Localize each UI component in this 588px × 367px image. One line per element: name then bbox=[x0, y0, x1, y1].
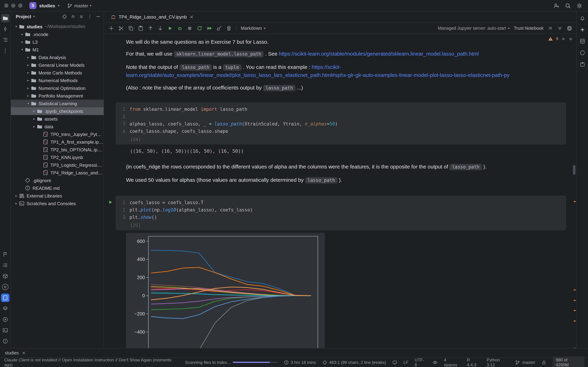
tree-item-external-libraries[interactable]: ▸External Libraries bbox=[11, 192, 104, 200]
tree-item-tp2-knn-ipynb[interactable]: TP2_KNN.ipynb bbox=[11, 153, 104, 161]
collapse-all-icon[interactable] bbox=[79, 14, 84, 19]
tree-item-tp3-logistic-regression-an[interactable]: TP3_Logistic_Regression_an bbox=[11, 161, 104, 169]
bottom-tab-studies[interactable]: studies bbox=[5, 350, 19, 355]
run-cell-gutter-icon[interactable] bbox=[108, 199, 113, 205]
jupyter-server-selector[interactable]: Managed Jupyter server: auto-start ▾ bbox=[438, 26, 510, 31]
macos-close-button[interactable] bbox=[4, 3, 9, 8]
expand-all-icon[interactable] bbox=[70, 14, 76, 19]
tree-item-tp4-ridge-lasso-and-cv-i[interactable]: TP4_Ridge_Lasso_and_CV.i bbox=[11, 169, 104, 176]
tree-item-statistical-learning[interactable]: ▾Statistical Learning bbox=[11, 100, 104, 107]
tree-chevron-icon[interactable]: ▸ bbox=[32, 125, 37, 128]
problems-tool-button[interactable] bbox=[1, 337, 9, 345]
editor-tab[interactable]: TP4_Ridge_Lasso_and_CV.ipynb bbox=[107, 12, 197, 22]
lock-icon[interactable] bbox=[541, 360, 546, 365]
cell-type-dropdown[interactable]: Markdown ▾ bbox=[241, 25, 266, 31]
error-stripe-mark[interactable] bbox=[574, 320, 576, 322]
previous-warning-icon[interactable] bbox=[561, 36, 566, 41]
next-cell-icon[interactable] bbox=[557, 25, 562, 31]
error-stripe-mark[interactable] bbox=[574, 348, 576, 348]
settings-gear-icon[interactable] bbox=[576, 3, 582, 8]
tree-item-assets[interactable]: ▸assets bbox=[11, 115, 104, 123]
tree-chevron-icon[interactable]: ▸ bbox=[20, 33, 25, 36]
cut-cell-button[interactable] bbox=[117, 24, 126, 33]
tree-item-ipynb-checkpoints[interactable]: ▸.ipynb_checkpoints bbox=[11, 107, 104, 115]
tree-item-tp2-bis-optional-ipynb[interactable]: TP2_bis_OPTIONAL.ipynb bbox=[11, 146, 104, 153]
line-separator-widget[interactable]: LF bbox=[403, 360, 408, 365]
code-line[interactable]: 1from sklearn.linear_model import lasso_… bbox=[117, 106, 562, 113]
indexing-status[interactable]: Scanning files to index... bbox=[185, 360, 277, 365]
tree-item-numerical-methods[interactable]: ▸Numerical Methods bbox=[11, 76, 104, 84]
code-line[interactable]: 3plt.show() bbox=[117, 214, 562, 221]
database-tool-button[interactable] bbox=[578, 37, 587, 45]
tree-item-l3[interactable]: ▸L3 bbox=[11, 38, 104, 46]
tree-chevron-icon[interactable]: ▸ bbox=[26, 94, 31, 98]
tree-item-studies[interactable]: ▾studies~/Workspace/studies bbox=[11, 23, 104, 30]
tree-chevron-icon[interactable]: ▸ bbox=[32, 109, 37, 113]
structure-tool-button[interactable] bbox=[1, 36, 9, 44]
notification-status[interactable]: Claude Client is not installed // Open I… bbox=[4, 357, 181, 367]
python-interpreter-widget[interactable]: Python 3.12 bbox=[487, 357, 509, 367]
markdown-link[interactable]: https://scikit-learn.org/stable/modules/… bbox=[279, 51, 479, 57]
delete-cell-button[interactable] bbox=[224, 24, 233, 33]
code-cell-1[interactable]: 1from sklearn.linear_model import lasso_… bbox=[116, 102, 566, 144]
commit-tool-button[interactable] bbox=[1, 25, 9, 33]
tree-item-m1[interactable]: ▾M1 bbox=[11, 46, 104, 53]
tree-chevron-icon[interactable]: ▸ bbox=[32, 117, 37, 121]
paste-cell-button[interactable] bbox=[136, 24, 145, 33]
tree-item-general-linear-models[interactable]: ▸General Linear Models bbox=[11, 61, 104, 69]
tree-chevron-icon[interactable]: ▸ bbox=[26, 56, 31, 59]
build-tool-button[interactable] bbox=[578, 49, 587, 57]
tree-chevron-icon[interactable]: ▸ bbox=[26, 79, 31, 82]
layers-tool-button[interactable] bbox=[1, 304, 9, 313]
tree-item-readme-md[interactable]: README.md bbox=[11, 184, 104, 192]
editor-scrollbar-thumb[interactable] bbox=[573, 165, 575, 175]
tree-chevron-icon[interactable]: ▸ bbox=[26, 63, 31, 67]
tree-chevron-icon[interactable]: ▸ bbox=[14, 202, 19, 205]
packages-tool-button[interactable] bbox=[1, 272, 9, 280]
code-line[interactable]: 2plt.plot(np.log10(alphas_lasso), coefs_… bbox=[117, 206, 562, 214]
memory-indicator[interactable]: 980 of 4200M bbox=[553, 356, 585, 367]
tree-chevron-icon[interactable]: ▸ bbox=[20, 40, 25, 44]
code-line[interactable]: 4coefs_lasso.shape, coefs_lasso.shape bbox=[117, 128, 562, 135]
project-selector[interactable]: studies bbox=[39, 3, 55, 8]
code-line[interactable]: 2 bbox=[117, 113, 562, 120]
terminal-tool-button[interactable] bbox=[1, 326, 9, 334]
error-stripe-mark[interactable] bbox=[574, 300, 576, 301]
indent-widget[interactable]: 4 spaces bbox=[444, 357, 461, 367]
time-tracker-widget[interactable]: 3 hrs 18 mins bbox=[284, 360, 316, 365]
services-tool-button[interactable] bbox=[1, 315, 9, 324]
plugins-tool-button[interactable] bbox=[578, 60, 587, 68]
error-stripe-mark[interactable] bbox=[574, 310, 576, 311]
r-interpreter-widget[interactable]: R 4.4.3 bbox=[467, 357, 480, 367]
tree-item-tp0-intro-jupyter-python-ip[interactable]: TP0_Intro_Jupyter_Python.ip bbox=[11, 130, 104, 138]
interrupt-kernel-button[interactable] bbox=[185, 24, 194, 33]
close-icon[interactable] bbox=[22, 351, 26, 355]
todo-tool-button[interactable] bbox=[1, 261, 9, 269]
bookmarks-tool-button[interactable] bbox=[1, 250, 9, 259]
tree-item-gitignore[interactable]: .gitignore bbox=[11, 176, 104, 184]
code-line[interactable]: 3alphas_lasso, coefs_lasso, _ = lasso_pa… bbox=[117, 120, 562, 128]
more-tools-button[interactable] bbox=[1, 47, 9, 55]
close-tab-icon[interactable] bbox=[189, 15, 194, 19]
r-console-tool-button[interactable]: R bbox=[1, 283, 9, 291]
restart-kernel-button[interactable] bbox=[195, 24, 204, 33]
encoding-widget[interactable]: UTF-8 bbox=[415, 357, 426, 367]
project-tool-button[interactable] bbox=[1, 14, 9, 22]
caret-position-widget[interactable]: 483:1 (99 chars, 2 line breaks) bbox=[322, 360, 386, 365]
move-cell-up-button[interactable] bbox=[146, 24, 155, 33]
code-line[interactable]: 1coefs_lasso = coefs_lasso.T bbox=[117, 199, 562, 206]
branch-selector[interactable]: master ▾ bbox=[67, 3, 92, 8]
highlighting-eye-icon[interactable] bbox=[433, 360, 438, 365]
add-cell-button[interactable] bbox=[107, 24, 116, 33]
tree-item-monte-carlo-methods[interactable]: ▸Monte Carlo Methods bbox=[11, 69, 104, 76]
code-with-me-icon[interactable] bbox=[553, 3, 559, 8]
run-all-cells-button[interactable] bbox=[205, 24, 214, 33]
tree-chevron-icon[interactable]: ▸ bbox=[26, 86, 31, 90]
hide-panel-icon[interactable] bbox=[95, 14, 101, 19]
run-cell-button[interactable] bbox=[165, 24, 175, 33]
monitor-icon[interactable] bbox=[392, 360, 397, 365]
notifications-button[interactable] bbox=[578, 14, 587, 22]
tree-item-vscode[interactable]: ▸.vscode bbox=[11, 30, 104, 38]
code-cell-2[interactable]: 1coefs_lasso = coefs_lasso.T2plt.plot(np… bbox=[116, 196, 566, 230]
trust-notebook-button[interactable]: Trust Notebook bbox=[514, 26, 544, 31]
